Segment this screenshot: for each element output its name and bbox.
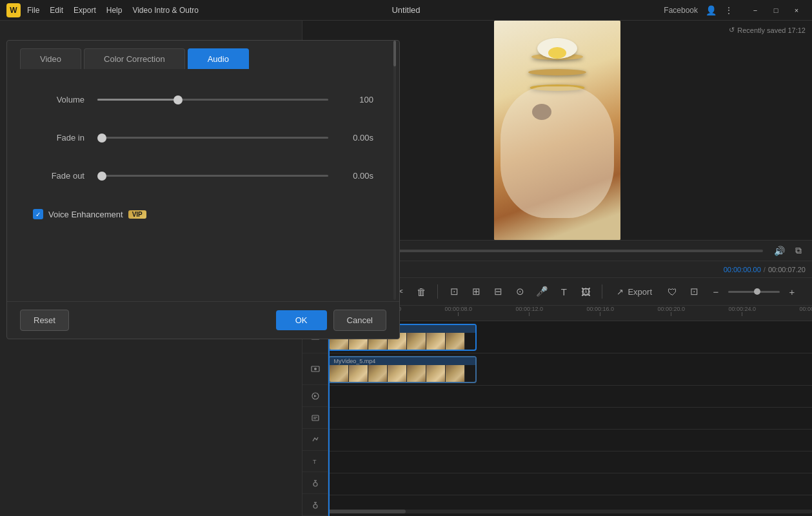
- saved-text: Recently saved 17:12: [737, 26, 806, 34]
- menu-help[interactable]: Help: [106, 6, 123, 15]
- thumb-13: [426, 365, 446, 382]
- window-title: Untitled: [391, 5, 420, 15]
- track-label-5: [302, 429, 328, 451]
- window-controls: − □ ×: [746, 3, 806, 17]
- caption-icon[interactable]: ⧉: [791, 244, 806, 258]
- track-label-7: [302, 472, 328, 494]
- scroll-indicator[interactable]: [393, 41, 397, 300]
- timeline-scrollbar[interactable]: [328, 510, 812, 513]
- video-track-2: MyVideo_5.mp4: [328, 353, 812, 386]
- ruler-mark-4: 00:00:16.0: [586, 306, 614, 316]
- toolbar-separator-2: [437, 284, 438, 299]
- volume-value: 100: [341, 95, 373, 104]
- track-content: MyVideo_5.mp4: [328, 321, 812, 516]
- track-label-8: [302, 494, 328, 516]
- voice-enhancement-checkbox[interactable]: ✓: [33, 209, 43, 219]
- overlay-tool[interactable]: 🖼: [576, 282, 595, 301]
- minimize-button[interactable]: −: [746, 3, 764, 17]
- tab-audio[interactable]: Audio: [188, 48, 249, 69]
- svg-rect-5: [312, 415, 319, 421]
- thumb-5: [407, 333, 426, 350]
- text-tool[interactable]: T: [554, 282, 573, 301]
- time-separator: /: [764, 266, 766, 273]
- dialog-footer: Reset OK Cancel: [7, 301, 399, 339]
- ruler-mark-2: 00:00:08.0: [444, 306, 472, 316]
- properties-dialog: Video Color Correction Audio Volume 100: [6, 40, 400, 339]
- svg-point-12: [313, 504, 317, 508]
- shield-tool[interactable]: 🛡: [662, 282, 682, 301]
- cancel-button[interactable]: Cancel: [333, 310, 386, 331]
- ok-button[interactable]: OK: [276, 310, 327, 330]
- saved-badge: ↺ Recently saved 17:12: [729, 26, 806, 34]
- split-tool[interactable]: ⊟: [488, 282, 508, 301]
- speed-tool[interactable]: ⊙: [510, 282, 530, 301]
- dialog-content: Volume 100 Fade in 0.00s: [7, 69, 399, 301]
- fadeout-slider[interactable]: [97, 175, 328, 177]
- main-layout: Video Color Correction Audio Volume 100: [0, 21, 812, 516]
- track-5: [328, 430, 812, 452]
- ruler-mark-5: 00:00:20.0: [657, 306, 685, 316]
- add-clip-tool[interactable]: ⊞: [466, 282, 486, 301]
- fadein-label: Fade in: [33, 133, 84, 143]
- voice-enhancement-label: Voice Enhancement: [48, 210, 123, 219]
- track-6: [328, 452, 812, 473]
- video-clip-2[interactable]: MyVideo_5.mp4: [328, 356, 477, 383]
- menu-edit[interactable]: Edit: [50, 6, 63, 15]
- fadein-value: 0.00s: [341, 133, 373, 143]
- tab-video[interactable]: Video: [20, 48, 81, 69]
- fadeout-row: Fade out 0.00s: [33, 171, 373, 181]
- svg-point-9: [313, 482, 317, 486]
- dialog-tabs: Video Color Correction Audio: [7, 41, 399, 69]
- menu-file[interactable]: File: [27, 6, 39, 15]
- playhead[interactable]: [328, 321, 330, 516]
- export-icon: ↗: [617, 287, 624, 297]
- thumb-11: [388, 365, 407, 382]
- close-button[interactable]: ×: [787, 3, 806, 17]
- reset-button[interactable]: Reset: [20, 310, 69, 331]
- track-label-3: [302, 385, 328, 407]
- total-time: 00:00:07.20: [768, 266, 806, 273]
- voice-enhancement-row: ✓ Voice Enhancement VIP: [33, 209, 373, 219]
- crop-tool[interactable]: ⊡: [444, 282, 464, 301]
- tracks: T MyVideo_5.mp4: [302, 321, 812, 516]
- thumb-7: [446, 333, 465, 350]
- fadein-slider[interactable]: [97, 137, 328, 139]
- account-icon[interactable]: 👤: [706, 5, 717, 15]
- thumb-8: [330, 365, 349, 382]
- more-icon[interactable]: ⋮: [724, 5, 733, 15]
- svg-text:T: T: [313, 459, 317, 465]
- track-labels: T: [302, 321, 328, 516]
- app-logo: W: [6, 3, 21, 17]
- scrollbar-thumb[interactable]: [328, 510, 406, 513]
- toolbar-right: 🛡 ⊡ − +: [662, 282, 802, 301]
- export-label: Export: [628, 287, 652, 297]
- tab-color-correction[interactable]: Color Correction: [84, 48, 185, 69]
- ruler-mark-7: 00:00:28.0: [799, 306, 812, 316]
- delete-tool[interactable]: 🗑: [411, 282, 431, 301]
- clip-2-label: MyVideo_5.mp4: [330, 357, 475, 365]
- thumb-10: [368, 365, 388, 382]
- track-7: [328, 473, 812, 495]
- expand-tool[interactable]: ⊡: [684, 282, 704, 301]
- track-label-6: T: [302, 451, 328, 473]
- left-panel: Video Color Correction Audio Volume 100: [0, 21, 302, 516]
- ruler-mark-3: 00:00:12.0: [515, 306, 543, 316]
- playback-progress[interactable]: [390, 250, 763, 252]
- zoom-slider[interactable]: [728, 291, 780, 293]
- zoom-out-button[interactable]: −: [706, 282, 726, 301]
- menu-video-intro[interactable]: Video Intro & Outro: [132, 6, 199, 15]
- audio-tool[interactable]: 🎤: [532, 282, 551, 301]
- export-button[interactable]: ↗ Export: [609, 284, 660, 299]
- facebook-label: Facebook: [664, 6, 698, 15]
- maximize-button[interactable]: □: [767, 3, 785, 17]
- volume-icon[interactable]: 🔊: [772, 244, 786, 258]
- track-label-2: [302, 353, 328, 386]
- volume-row: Volume 100: [33, 95, 373, 104]
- menu-export[interactable]: Export: [74, 6, 96, 15]
- volume-slider[interactable]: [97, 99, 328, 101]
- clip-2-thumbs: [330, 365, 475, 382]
- zoom-in-button[interactable]: +: [782, 282, 802, 301]
- saved-icon: ↺: [729, 26, 735, 34]
- volume-label: Volume: [33, 95, 84, 104]
- current-time: 00:00:00.00: [724, 266, 761, 273]
